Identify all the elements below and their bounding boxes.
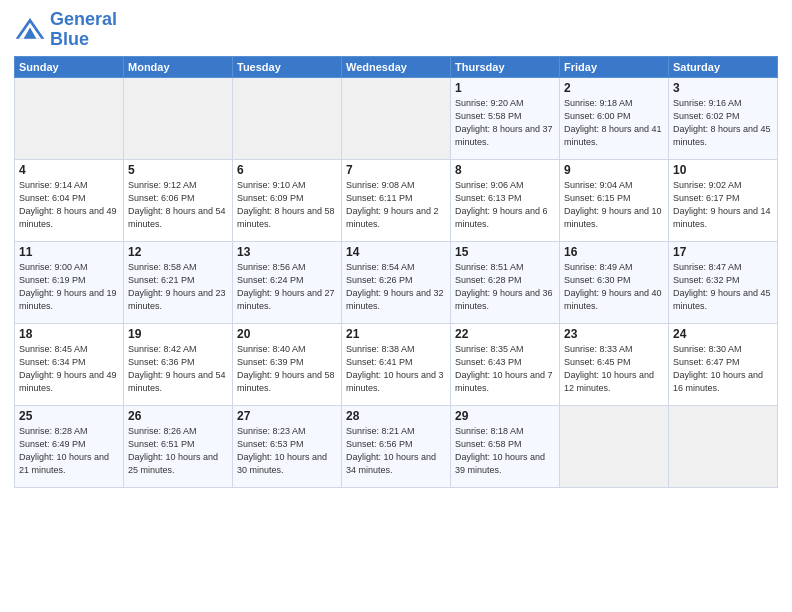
logo: General Blue xyxy=(14,10,117,50)
day-info: Sunrise: 8:47 AMSunset: 6:32 PMDaylight:… xyxy=(673,261,773,313)
day-number: 9 xyxy=(564,163,664,177)
day-cell: 29Sunrise: 8:18 AMSunset: 6:58 PMDayligh… xyxy=(451,405,560,487)
day-cell: 12Sunrise: 8:58 AMSunset: 6:21 PMDayligh… xyxy=(124,241,233,323)
day-cell xyxy=(15,77,124,159)
header-row: SundayMondayTuesdayWednesdayThursdayFrid… xyxy=(15,56,778,77)
day-cell: 27Sunrise: 8:23 AMSunset: 6:53 PMDayligh… xyxy=(233,405,342,487)
day-number: 24 xyxy=(673,327,773,341)
day-cell xyxy=(124,77,233,159)
day-number: 5 xyxy=(128,163,228,177)
day-cell: 24Sunrise: 8:30 AMSunset: 6:47 PMDayligh… xyxy=(669,323,778,405)
day-cell: 21Sunrise: 8:38 AMSunset: 6:41 PMDayligh… xyxy=(342,323,451,405)
calendar-header: SundayMondayTuesdayWednesdayThursdayFrid… xyxy=(15,56,778,77)
day-cell: 28Sunrise: 8:21 AMSunset: 6:56 PMDayligh… xyxy=(342,405,451,487)
header-saturday: Saturday xyxy=(669,56,778,77)
day-cell: 16Sunrise: 8:49 AMSunset: 6:30 PMDayligh… xyxy=(560,241,669,323)
day-number: 7 xyxy=(346,163,446,177)
day-cell: 8Sunrise: 9:06 AMSunset: 6:13 PMDaylight… xyxy=(451,159,560,241)
day-cell: 10Sunrise: 9:02 AMSunset: 6:17 PMDayligh… xyxy=(669,159,778,241)
week-row-3: 11Sunrise: 9:00 AMSunset: 6:19 PMDayligh… xyxy=(15,241,778,323)
day-cell xyxy=(669,405,778,487)
day-cell: 20Sunrise: 8:40 AMSunset: 6:39 PMDayligh… xyxy=(233,323,342,405)
day-number: 11 xyxy=(19,245,119,259)
day-number: 20 xyxy=(237,327,337,341)
day-number: 4 xyxy=(19,163,119,177)
header-sunday: Sunday xyxy=(15,56,124,77)
day-number: 22 xyxy=(455,327,555,341)
day-info: Sunrise: 8:58 AMSunset: 6:21 PMDaylight:… xyxy=(128,261,228,313)
day-info: Sunrise: 9:02 AMSunset: 6:17 PMDaylight:… xyxy=(673,179,773,231)
day-cell: 7Sunrise: 9:08 AMSunset: 6:11 PMDaylight… xyxy=(342,159,451,241)
day-info: Sunrise: 9:08 AMSunset: 6:11 PMDaylight:… xyxy=(346,179,446,231)
day-number: 23 xyxy=(564,327,664,341)
day-cell: 4Sunrise: 9:14 AMSunset: 6:04 PMDaylight… xyxy=(15,159,124,241)
day-number: 12 xyxy=(128,245,228,259)
day-info: Sunrise: 8:33 AMSunset: 6:45 PMDaylight:… xyxy=(564,343,664,395)
day-number: 21 xyxy=(346,327,446,341)
day-number: 3 xyxy=(673,81,773,95)
day-info: Sunrise: 8:18 AMSunset: 6:58 PMDaylight:… xyxy=(455,425,555,477)
day-cell: 23Sunrise: 8:33 AMSunset: 6:45 PMDayligh… xyxy=(560,323,669,405)
day-info: Sunrise: 8:38 AMSunset: 6:41 PMDaylight:… xyxy=(346,343,446,395)
header-friday: Friday xyxy=(560,56,669,77)
day-cell: 18Sunrise: 8:45 AMSunset: 6:34 PMDayligh… xyxy=(15,323,124,405)
day-info: Sunrise: 8:21 AMSunset: 6:56 PMDaylight:… xyxy=(346,425,446,477)
day-number: 15 xyxy=(455,245,555,259)
day-info: Sunrise: 8:54 AMSunset: 6:26 PMDaylight:… xyxy=(346,261,446,313)
week-row-4: 18Sunrise: 8:45 AMSunset: 6:34 PMDayligh… xyxy=(15,323,778,405)
day-cell xyxy=(342,77,451,159)
day-cell: 15Sunrise: 8:51 AMSunset: 6:28 PMDayligh… xyxy=(451,241,560,323)
day-info: Sunrise: 9:14 AMSunset: 6:04 PMDaylight:… xyxy=(19,179,119,231)
day-cell: 14Sunrise: 8:54 AMSunset: 6:26 PMDayligh… xyxy=(342,241,451,323)
day-info: Sunrise: 8:35 AMSunset: 6:43 PMDaylight:… xyxy=(455,343,555,395)
day-cell: 26Sunrise: 8:26 AMSunset: 6:51 PMDayligh… xyxy=(124,405,233,487)
calendar-body: 1Sunrise: 9:20 AMSunset: 5:58 PMDaylight… xyxy=(15,77,778,487)
header-monday: Monday xyxy=(124,56,233,77)
day-cell xyxy=(233,77,342,159)
header-tuesday: Tuesday xyxy=(233,56,342,77)
day-number: 16 xyxy=(564,245,664,259)
day-cell: 5Sunrise: 9:12 AMSunset: 6:06 PMDaylight… xyxy=(124,159,233,241)
day-cell: 25Sunrise: 8:28 AMSunset: 6:49 PMDayligh… xyxy=(15,405,124,487)
day-info: Sunrise: 8:28 AMSunset: 6:49 PMDaylight:… xyxy=(19,425,119,477)
day-number: 10 xyxy=(673,163,773,177)
day-number: 6 xyxy=(237,163,337,177)
day-number: 26 xyxy=(128,409,228,423)
day-number: 28 xyxy=(346,409,446,423)
day-number: 1 xyxy=(455,81,555,95)
day-number: 27 xyxy=(237,409,337,423)
main-container: General Blue SundayMondayTuesdayWednesda… xyxy=(0,0,792,494)
day-info: Sunrise: 8:23 AMSunset: 6:53 PMDaylight:… xyxy=(237,425,337,477)
day-cell: 1Sunrise: 9:20 AMSunset: 5:58 PMDaylight… xyxy=(451,77,560,159)
day-info: Sunrise: 8:51 AMSunset: 6:28 PMDaylight:… xyxy=(455,261,555,313)
day-number: 13 xyxy=(237,245,337,259)
day-cell xyxy=(560,405,669,487)
day-cell: 9Sunrise: 9:04 AMSunset: 6:15 PMDaylight… xyxy=(560,159,669,241)
day-info: Sunrise: 8:45 AMSunset: 6:34 PMDaylight:… xyxy=(19,343,119,395)
day-cell: 17Sunrise: 8:47 AMSunset: 6:32 PMDayligh… xyxy=(669,241,778,323)
day-cell: 19Sunrise: 8:42 AMSunset: 6:36 PMDayligh… xyxy=(124,323,233,405)
day-info: Sunrise: 9:04 AMSunset: 6:15 PMDaylight:… xyxy=(564,179,664,231)
day-info: Sunrise: 9:00 AMSunset: 6:19 PMDaylight:… xyxy=(19,261,119,313)
day-info: Sunrise: 8:42 AMSunset: 6:36 PMDaylight:… xyxy=(128,343,228,395)
day-number: 14 xyxy=(346,245,446,259)
day-info: Sunrise: 8:26 AMSunset: 6:51 PMDaylight:… xyxy=(128,425,228,477)
day-cell: 11Sunrise: 9:00 AMSunset: 6:19 PMDayligh… xyxy=(15,241,124,323)
header-wednesday: Wednesday xyxy=(342,56,451,77)
calendar-table: SundayMondayTuesdayWednesdayThursdayFrid… xyxy=(14,56,778,488)
day-info: Sunrise: 9:10 AMSunset: 6:09 PMDaylight:… xyxy=(237,179,337,231)
day-cell: 13Sunrise: 8:56 AMSunset: 6:24 PMDayligh… xyxy=(233,241,342,323)
day-number: 8 xyxy=(455,163,555,177)
header-thursday: Thursday xyxy=(451,56,560,77)
day-cell: 22Sunrise: 8:35 AMSunset: 6:43 PMDayligh… xyxy=(451,323,560,405)
day-cell: 2Sunrise: 9:18 AMSunset: 6:00 PMDaylight… xyxy=(560,77,669,159)
day-number: 25 xyxy=(19,409,119,423)
day-number: 2 xyxy=(564,81,664,95)
day-info: Sunrise: 8:49 AMSunset: 6:30 PMDaylight:… xyxy=(564,261,664,313)
day-info: Sunrise: 9:18 AMSunset: 6:00 PMDaylight:… xyxy=(564,97,664,149)
day-number: 17 xyxy=(673,245,773,259)
day-info: Sunrise: 8:30 AMSunset: 6:47 PMDaylight:… xyxy=(673,343,773,395)
day-info: Sunrise: 8:56 AMSunset: 6:24 PMDaylight:… xyxy=(237,261,337,313)
logo-icon xyxy=(14,16,46,44)
day-cell: 3Sunrise: 9:16 AMSunset: 6:02 PMDaylight… xyxy=(669,77,778,159)
